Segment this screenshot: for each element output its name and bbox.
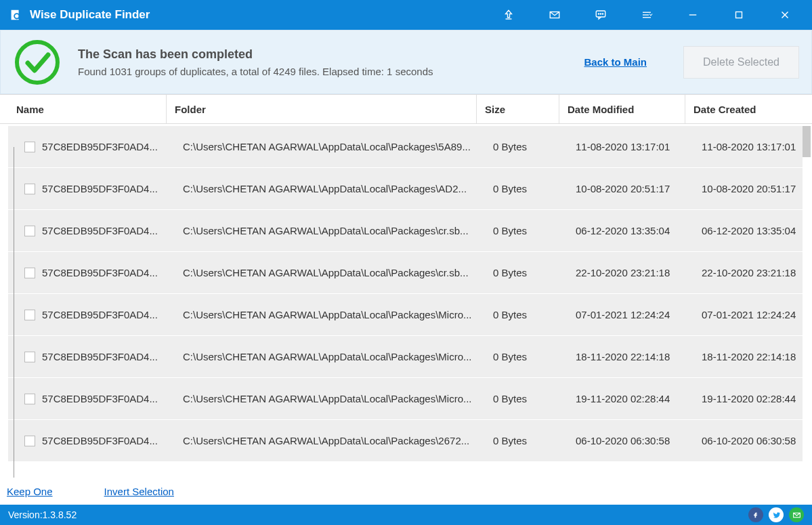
back-to-main-link[interactable]: Back to Main xyxy=(584,56,647,68)
row-checkbox[interactable] xyxy=(24,142,35,152)
row-checkbox[interactable] xyxy=(24,394,35,404)
summary-headline: The Scan has been completed xyxy=(78,47,568,62)
file-size: 0 Bytes xyxy=(485,393,568,404)
file-created: 07-01-2021 12:24:24 xyxy=(693,309,803,320)
facebook-icon[interactable] xyxy=(748,507,763,522)
file-modified: 22-10-2020 23:21:18 xyxy=(568,267,693,278)
row-checkbox[interactable] xyxy=(24,310,35,320)
file-size: 0 Bytes xyxy=(485,267,568,278)
keep-one-link[interactable]: Keep One xyxy=(7,486,53,497)
table-row[interactable]: 57C8EDB95DF3F0AD4...C:\Users\CHETAN AGAR… xyxy=(8,336,803,378)
file-folder: C:\Users\CHETAN AGARWAL\AppData\Local\Pa… xyxy=(175,225,485,236)
file-modified: 18-11-2020 22:14:18 xyxy=(568,351,693,362)
file-size: 0 Bytes xyxy=(485,309,568,320)
row-checkbox[interactable] xyxy=(24,268,35,278)
delete-selected-button[interactable]: Delete Selected xyxy=(683,46,799,79)
file-modified: 06-12-2020 13:35:04 xyxy=(568,225,693,236)
menu-icon[interactable] xyxy=(624,0,670,30)
col-created[interactable]: Date Created xyxy=(685,95,812,123)
upgrade-icon[interactable] xyxy=(486,0,532,30)
file-folder: C:\Users\CHETAN AGARWAL\AppData\Local\Pa… xyxy=(175,267,485,278)
table-row[interactable]: 57C8EDB95DF3F0AD4...C:\Users\CHETAN AGAR… xyxy=(8,294,803,336)
file-name: 57C8EDB95DF3F0AD4... xyxy=(42,435,158,446)
svg-point-7 xyxy=(600,14,601,14)
file-modified: 19-11-2020 02:28:44 xyxy=(568,393,693,404)
row-checkbox[interactable] xyxy=(24,436,35,446)
results-table-header: Name Folder Size Date Modified Date Crea… xyxy=(0,94,812,124)
file-size: 0 Bytes xyxy=(485,351,568,362)
file-created: 11-08-2020 13:17:01 xyxy=(693,141,803,152)
invert-selection-link[interactable]: Invert Selection xyxy=(104,486,174,497)
table-row[interactable]: 57C8EDB95DF3F0AD4...C:\Users\CHETAN AGAR… xyxy=(8,210,803,252)
file-folder: C:\Users\CHETAN AGARWAL\AppData\Local\Pa… xyxy=(175,351,485,362)
file-created: 10-08-2020 20:51:17 xyxy=(693,183,803,194)
file-name: 57C8EDB95DF3F0AD4... xyxy=(42,141,158,152)
file-size: 0 Bytes xyxy=(485,141,568,152)
row-checkbox[interactable] xyxy=(24,184,35,194)
results-table-body: 57C8EDB95DF3F0AD4...C:\Users\CHETAN AGAR… xyxy=(0,124,812,478)
version-label: Version:1.3.8.52 xyxy=(8,509,743,520)
feedback-icon[interactable] xyxy=(578,0,624,30)
file-created: 06-12-2020 13:35:04 xyxy=(693,225,803,236)
close-button[interactable] xyxy=(762,0,808,30)
twitter-icon[interactable] xyxy=(769,507,784,522)
success-check-icon xyxy=(13,38,62,87)
table-row[interactable]: 57C8EDB95DF3F0AD4...C:\Users\CHETAN AGAR… xyxy=(8,420,803,462)
col-name[interactable]: Name xyxy=(0,95,167,123)
file-folder: C:\Users\CHETAN AGARWAL\AppData\Local\Pa… xyxy=(175,309,485,320)
svg-point-8 xyxy=(602,14,603,14)
col-modified[interactable]: Date Modified xyxy=(559,95,685,123)
col-folder[interactable]: Folder xyxy=(167,95,477,123)
file-folder: C:\Users\CHETAN AGARWAL\AppData\Local\Pa… xyxy=(175,183,485,194)
col-size[interactable]: Size xyxy=(477,95,559,123)
file-folder: C:\Users\CHETAN AGARWAL\AppData\Local\Pa… xyxy=(175,141,485,152)
scan-summary-panel: The Scan has been completed Found 1031 g… xyxy=(0,30,812,94)
file-folder: C:\Users\CHETAN AGARWAL\AppData\Local\Pa… xyxy=(175,393,485,404)
file-name: 57C8EDB95DF3F0AD4... xyxy=(42,225,158,236)
file-name: 57C8EDB95DF3F0AD4... xyxy=(42,351,158,362)
scrollbar-thumb[interactable] xyxy=(803,126,811,157)
svg-rect-13 xyxy=(736,12,742,18)
file-created: 18-11-2020 22:14:18 xyxy=(693,351,803,362)
file-created: 22-10-2020 23:21:18 xyxy=(693,267,803,278)
app-title: Wise Duplicate Finder xyxy=(30,8,486,22)
mail-icon[interactable] xyxy=(532,0,578,30)
file-modified: 10-08-2020 20:51:17 xyxy=(568,183,693,194)
action-link-bar: Keep One Invert Selection xyxy=(0,478,812,505)
file-size: 0 Bytes xyxy=(485,183,568,194)
file-name: 57C8EDB95DF3F0AD4... xyxy=(42,393,158,404)
file-folder: C:\Users\CHETAN AGARWAL\AppData\Local\Pa… xyxy=(175,435,485,446)
file-created: 19-11-2020 02:28:44 xyxy=(693,393,803,404)
file-modified: 07-01-2021 12:24:24 xyxy=(568,309,693,320)
file-name: 57C8EDB95DF3F0AD4... xyxy=(42,183,158,194)
maximize-button[interactable] xyxy=(716,0,762,30)
row-checkbox[interactable] xyxy=(24,352,35,362)
table-row[interactable]: 57C8EDB95DF3F0AD4...C:\Users\CHETAN AGAR… xyxy=(8,168,803,210)
file-name: 57C8EDB95DF3F0AD4... xyxy=(42,309,158,320)
table-row[interactable]: 57C8EDB95DF3F0AD4...C:\Users\CHETAN AGAR… xyxy=(8,126,803,168)
svg-point-6 xyxy=(598,14,599,14)
file-size: 0 Bytes xyxy=(485,435,568,446)
group-tree-line xyxy=(14,147,14,478)
app-icon xyxy=(8,7,23,22)
email-share-icon[interactable] xyxy=(789,507,804,522)
table-row[interactable]: 57C8EDB95DF3F0AD4...C:\Users\CHETAN AGAR… xyxy=(8,252,803,294)
status-bar: Version:1.3.8.52 xyxy=(0,505,812,525)
summary-details: Found 1031 groups of duplicates, a total… xyxy=(78,66,568,77)
table-row[interactable]: 57C8EDB95DF3F0AD4...C:\Users\CHETAN AGAR… xyxy=(8,378,803,420)
minimize-button[interactable] xyxy=(670,0,716,30)
file-modified: 11-08-2020 13:17:01 xyxy=(568,141,693,152)
row-checkbox[interactable] xyxy=(24,226,35,236)
svg-point-16 xyxy=(17,42,58,83)
titlebar: Wise Duplicate Finder xyxy=(0,0,812,30)
file-size: 0 Bytes xyxy=(485,225,568,236)
file-created: 06-10-2020 06:30:58 xyxy=(693,435,803,446)
file-modified: 06-10-2020 06:30:58 xyxy=(568,435,693,446)
file-name: 57C8EDB95DF3F0AD4... xyxy=(42,267,158,278)
